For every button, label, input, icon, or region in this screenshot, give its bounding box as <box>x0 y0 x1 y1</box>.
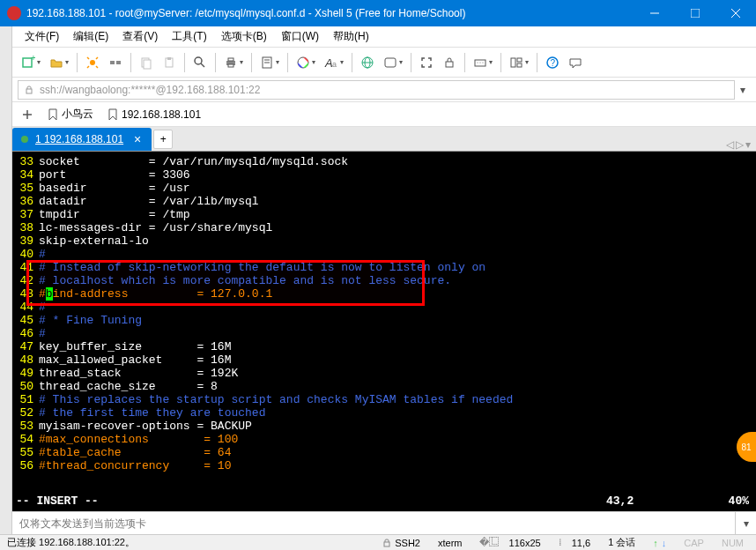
svg-rect-7 <box>110 61 115 64</box>
address-text: ssh://wangbaolong:******@192.168.188.101… <box>40 84 260 96</box>
svg-point-6 <box>90 60 95 65</box>
svg-rect-17 <box>228 64 233 67</box>
menu-window[interactable]: 窗口(W) <box>274 27 326 46</box>
tab-prev-button[interactable]: ◁ <box>726 138 734 151</box>
reconnect-button[interactable] <box>82 51 103 74</box>
terminal-line: 33socket = /var/run/mysqld/mysqld.sock <box>12 155 756 168</box>
chat-button[interactable] <box>565 51 586 74</box>
help-button[interactable]: ? <box>542 51 563 74</box>
terminal-line: 34port = 3306 <box>12 168 756 182</box>
new-tab-button[interactable]: + <box>153 130 173 149</box>
terminal-line: 52# the first time they are touched <box>12 406 756 420</box>
svg-line-14 <box>201 63 204 67</box>
add-bookmark-button[interactable] <box>18 107 37 123</box>
layout-button[interactable]: ▾ <box>506 51 532 74</box>
keyboard-button[interactable]: ▾ <box>470 51 496 74</box>
svg-point-31 <box>483 62 484 63</box>
color-button[interactable]: ▾ <box>293 51 319 74</box>
status-connection: 已连接 192.168.188.101:22。 <box>7 536 370 549</box>
close-button[interactable] <box>715 0 756 26</box>
terminal-line: 38lc-messages-dir = /usr/share/mysql <box>12 221 756 234</box>
status-cursor: ⁞ 11,6 <box>553 537 596 548</box>
terminal-line: 47key_buffer_size = 16M <box>12 340 756 353</box>
addressbar: ssh://wangbaolong:******@192.168.188.101… <box>12 78 756 102</box>
input-bar: ▾ <box>12 511 756 534</box>
menu-tab[interactable]: 选项卡(B) <box>214 27 274 46</box>
terminal-line: 36datadir = /var/lib/mysql <box>12 195 756 208</box>
terminal-line: 35basedir = /usr <box>12 182 756 195</box>
svg-text:+: + <box>31 56 35 63</box>
svg-text:a: a <box>332 60 337 69</box>
menu-edit[interactable]: 编辑(E) <box>66 27 115 46</box>
svg-point-30 <box>480 62 481 63</box>
address-input[interactable]: ssh://wangbaolong:******@192.168.188.101… <box>18 80 735 100</box>
toolbar: +▾ ▾ ▾ ▾ ▾ Aa▾ ▾ ▾ ▾ ? <box>12 48 756 78</box>
properties-button[interactable]: ▾ <box>256 51 283 74</box>
terminal-line: 48max_allowed_packet = 16M <box>12 353 756 367</box>
terminal[interactable]: 33socket = /var/run/mysqld/mysqld.sock34… <box>12 152 756 511</box>
session-tab-active[interactable]: 1 192.168.188.101 × <box>12 128 152 151</box>
status-size: �⿺ 116x25 <box>474 537 545 548</box>
close-tab-button[interactable]: × <box>130 132 145 146</box>
minimize-button[interactable] <box>634 0 675 26</box>
fullscreen-button[interactable] <box>416 51 437 74</box>
menu-tools[interactable]: 工具(T) <box>165 27 213 46</box>
terminal-line: 42# localhost which is more compatible a… <box>12 274 756 287</box>
svg-point-29 <box>478 62 478 63</box>
new-session-button[interactable]: +▾ <box>18 51 44 74</box>
open-button[interactable]: ▾ <box>46 51 72 74</box>
svg-rect-16 <box>228 58 233 61</box>
svg-text:?: ? <box>551 58 556 68</box>
terminal-line: 50thread_cache_size = 8 <box>12 380 756 393</box>
terminal-line: 46# <box>12 327 756 340</box>
bookmark-link-1[interactable]: 小鸟云 <box>44 105 97 123</box>
terminal-line: 43#bind-address = 127.0.0.1 <box>12 287 756 301</box>
titlebar-text: 192.168.188.101 - root@myServer: /etc/my… <box>26 7 634 19</box>
svg-rect-12 <box>167 57 171 60</box>
menu-file[interactable]: 文件(F) <box>18 27 66 46</box>
bookmark-link-2[interactable]: 192.168.188.101 <box>104 107 204 123</box>
terminal-line: 55#table_cache = 64 <box>12 446 756 459</box>
font-button[interactable]: Aa▾ <box>321 51 347 74</box>
bookmark-icon <box>48 108 58 121</box>
paste-button[interactable] <box>159 51 180 74</box>
connection-status-icon <box>21 136 28 143</box>
input-dropdown[interactable]: ▾ <box>735 512 756 534</box>
left-strip <box>0 26 12 534</box>
command-input[interactable] <box>12 517 735 530</box>
print-button[interactable]: ▾ <box>220 51 247 74</box>
svg-rect-27 <box>446 62 453 67</box>
find-button[interactable] <box>189 51 211 74</box>
terminal-line: 49thread_stack = 192K <box>12 367 756 380</box>
menu-help[interactable]: 帮助(H) <box>326 27 376 46</box>
copy-button[interactable] <box>136 51 157 74</box>
terminal-line: 37tmpdir = /tmp <box>12 208 756 221</box>
status-term: xterm <box>433 538 468 548</box>
maximize-button[interactable] <box>675 0 715 26</box>
tab-next-button[interactable]: ▷ <box>736 138 744 151</box>
svg-rect-10 <box>144 60 151 69</box>
svg-rect-1 <box>691 9 700 18</box>
globe-button[interactable] <box>357 51 378 74</box>
svg-rect-37 <box>26 89 32 93</box>
terminal-line: 40# <box>12 248 756 261</box>
menu-view[interactable]: 查看(V) <box>115 27 165 46</box>
address-dropdown[interactable]: ▾ <box>735 84 751 96</box>
status-sessions: 1 会话 <box>603 536 641 549</box>
bookmark-icon <box>107 108 118 121</box>
tab-list-button[interactable]: ▾ <box>745 138 751 151</box>
status-updown: ↑↓ <box>648 538 671 548</box>
script-button[interactable]: ▾ <box>380 51 406 74</box>
disconnect-button[interactable] <box>105 51 126 74</box>
terminal-line: 39skip-external-lo <box>12 234 756 248</box>
svg-rect-32 <box>511 58 515 67</box>
vim-mode: -- INSERT -- <box>16 494 606 508</box>
svg-rect-34 <box>517 63 522 67</box>
svg-rect-38 <box>384 542 389 546</box>
vim-position: 43,2 <box>606 494 712 508</box>
vim-percent: 40% <box>712 494 756 508</box>
terminal-line: 54#max_connections = 100 <box>12 433 756 446</box>
menubar: 文件(F) 编辑(E) 查看(V) 工具(T) 选项卡(B) 窗口(W) 帮助(… <box>12 26 756 48</box>
lock-button[interactable] <box>439 51 460 74</box>
terminal-line: 56#thread_concurrency = 10 <box>12 459 756 472</box>
